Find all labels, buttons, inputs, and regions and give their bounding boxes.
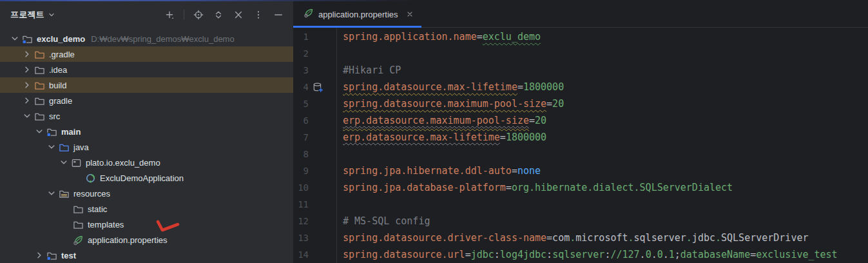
folder-source-icon xyxy=(59,142,70,153)
line-number: 6 xyxy=(293,112,309,129)
code-token: . xyxy=(715,232,721,244)
code-token: 0 xyxy=(646,249,651,260)
code-line-4[interactable]: 4spring.datasource.max-lifetime=1800000 xyxy=(293,79,868,95)
code-line-10[interactable]: 10spring.jpa.database-platform=org.hiber… xyxy=(293,179,868,196)
project-panel-header: 프로젝트 xyxy=(0,1,293,28)
tree-item-exclu-demo[interactable]: exclu_demoD:₩dev₩spring_demos₩exclu_demo xyxy=(0,31,293,46)
code-line-2[interactable]: 2 xyxy=(293,45,868,62)
code-token: jdbc xyxy=(692,232,715,244)
code-token: sqlserver xyxy=(552,249,604,260)
code-line-6[interactable]: 6erp.datasource.maximum-pool-size=20 xyxy=(293,112,868,129)
chevron-down-icon[interactable] xyxy=(58,157,69,168)
code-line-8[interactable]: 8 xyxy=(293,146,868,162)
chevron-down-icon[interactable] xyxy=(34,126,44,137)
panel-toolbar xyxy=(162,8,285,22)
locate-file-button[interactable] xyxy=(191,8,206,22)
code-token: 20 xyxy=(535,115,546,126)
expand-all-button[interactable] xyxy=(211,8,226,22)
code-token: spring.application.name xyxy=(343,31,477,43)
project-view-selector[interactable]: 프로젝트 xyxy=(10,9,55,21)
code-line-14[interactable]: 14spring.datasource.url=jdbc:log4jdbc:sq… xyxy=(293,246,868,263)
chevron-right-icon[interactable] xyxy=(21,95,32,106)
expand-all-icon xyxy=(213,10,224,20)
database-add-icon[interactable] xyxy=(313,82,323,93)
editor-gutter: 3 xyxy=(293,62,337,79)
code-line-9[interactable]: 9spring.jpa.hibernate.ddl-auto=none xyxy=(293,162,868,179)
tree-item-gradle[interactable]: .gradle xyxy=(0,46,293,62)
code-token: . xyxy=(651,249,657,260)
code-token: = xyxy=(546,98,552,110)
line-number: 8 xyxy=(293,146,309,162)
line-number: 14 xyxy=(293,246,309,263)
collapse-all-button[interactable] xyxy=(231,8,246,22)
line-number: 11 xyxy=(293,196,309,213)
tree-item-main[interactable]: main xyxy=(0,124,293,139)
folder-resources-icon xyxy=(59,188,70,199)
code-line-5[interactable]: 5spring.datasource.maximum-pool-size=20 xyxy=(293,95,868,112)
tab-application-properties[interactable]: application.properties xyxy=(293,1,421,27)
code-token: = xyxy=(529,115,535,126)
line-number: 13 xyxy=(293,229,309,246)
code-token: # MS-SQL config xyxy=(343,215,430,227)
tree-item-application-properties[interactable]: application.properties xyxy=(0,232,293,248)
project-path: D:₩dev₩spring_demos₩exclu_demo xyxy=(91,34,235,44)
tree-item-idea[interactable]: .idea xyxy=(0,62,293,77)
chevron-right-icon[interactable] xyxy=(21,80,32,91)
more-options-button[interactable] xyxy=(251,8,265,22)
chevron-down-icon[interactable] xyxy=(46,142,57,153)
code-token: spring.datasource.url xyxy=(343,249,465,260)
tab-label: application.properties xyxy=(318,10,398,19)
code-editor[interactable]: 1spring.application.name=exclu_demo23#Hi… xyxy=(293,28,868,263)
code-token: jdbc xyxy=(471,249,494,260)
chevron-right-icon[interactable] xyxy=(21,64,32,75)
editor-gutter: 9 xyxy=(293,162,337,179)
chevron-right-icon[interactable] xyxy=(34,250,44,261)
editor-gutter: 5 xyxy=(293,95,337,112)
line-number: 3 xyxy=(293,62,309,79)
folder-icon xyxy=(34,95,45,106)
code-line-1[interactable]: 1spring.application.name=exclu_demo xyxy=(293,28,868,45)
chevron-down-icon[interactable] xyxy=(46,188,57,199)
code-text: spring.datasource.max-lifetime=1800000 xyxy=(337,79,564,95)
code-token: . xyxy=(640,249,646,260)
editor-gutter: 1 xyxy=(293,28,337,45)
editor-gutter: 8 xyxy=(293,146,337,162)
tree-item-build[interactable]: build xyxy=(0,77,293,93)
code-line-3[interactable]: 3#Hikari CP xyxy=(293,62,868,79)
tree-item-label: gradle xyxy=(49,96,72,106)
tree-item-test[interactable]: test xyxy=(0,248,293,263)
add-button[interactable] xyxy=(162,8,177,22)
more-options-icon xyxy=(253,10,264,20)
close-icon[interactable] xyxy=(406,10,414,18)
code-line-7[interactable]: 7erp.datasource.max-lifetime=1800000 xyxy=(293,129,868,146)
project-tree: exclu_demoD:₩dev₩spring_demos₩exclu_demo… xyxy=(0,31,293,263)
code-token: com xyxy=(552,232,570,244)
hide-icon xyxy=(273,10,284,20)
hide-button[interactable] xyxy=(271,8,285,22)
tree-item-gradle[interactable]: gradle xyxy=(0,93,293,108)
code-token: = xyxy=(517,81,523,93)
chevron-down-icon[interactable] xyxy=(9,34,20,44)
code-line-13[interactable]: 13spring.datasource.driver-class-name=co… xyxy=(293,229,868,246)
chevron-right-icon[interactable] xyxy=(21,49,32,60)
code-line-11[interactable]: 11 xyxy=(293,196,868,213)
window-top-accent xyxy=(0,0,868,1)
locate-file-icon xyxy=(193,10,204,20)
tree-item-resources[interactable]: resources xyxy=(0,186,293,201)
code-token: = xyxy=(477,31,483,43)
tree-item-plato-io-exclu-demo[interactable]: plato.io.exclu_demo xyxy=(0,155,293,170)
code-token: SQLServerDriver xyxy=(721,232,808,244)
spring-leaf-icon xyxy=(73,235,84,246)
tree-item-static[interactable]: static xyxy=(0,201,293,217)
tree-item-templates[interactable]: templates xyxy=(0,217,293,232)
code-token: 20 xyxy=(552,98,564,110)
tree-item-label: java xyxy=(73,142,89,152)
tree-item-java[interactable]: java xyxy=(0,139,293,155)
chevron-down-icon[interactable] xyxy=(21,111,32,122)
code-text: spring.datasource.url=jdbc:log4jdbc:sqls… xyxy=(337,246,838,263)
code-line-12[interactable]: 12# MS-SQL config xyxy=(293,213,868,229)
tree-item-excludemoapplication[interactable]: ExcluDemoApplication xyxy=(0,170,293,186)
code-token: erp.datasource.max-lifetime xyxy=(343,132,500,143)
package-icon xyxy=(71,157,82,168)
tree-item-src[interactable]: src xyxy=(0,108,293,124)
